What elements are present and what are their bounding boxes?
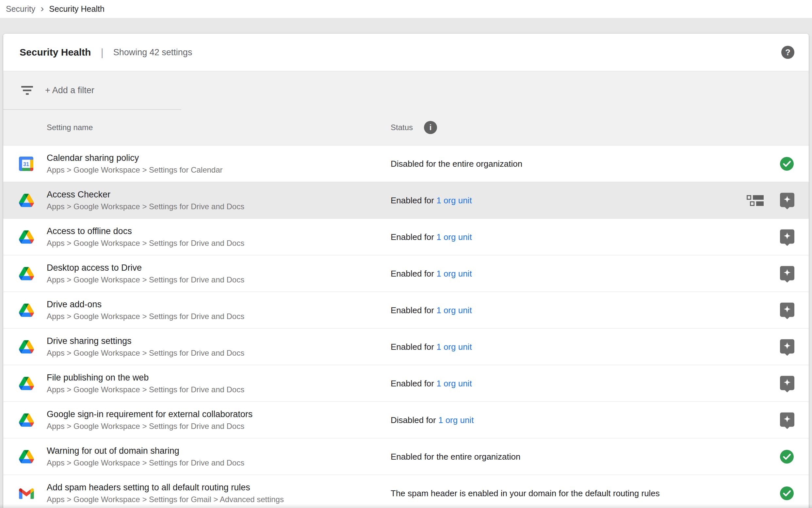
status-cell: Disabled for the entire organization [391, 159, 522, 169]
org-unit-link[interactable]: 1 org unit [436, 232, 472, 242]
setting-path: Apps > Google Workspace > Settings for D… [47, 275, 386, 284]
product-icon-cell: 31 [19, 340, 35, 353]
status-cell: Enabled for 1 org unit [391, 268, 472, 279]
table-row[interactable]: 31 Warning for out of doma [3, 438, 809, 475]
drive-icon [19, 194, 34, 207]
setting-name-cell: File publishing on the web Apps > Google… [47, 373, 386, 394]
status-ok-icon [780, 486, 794, 500]
title-separator: | [101, 46, 103, 58]
table-row[interactable]: 31 Desktop access to Drive [3, 255, 809, 292]
drive-icon [19, 303, 34, 317]
setting-name: Google sign-in requirement for external … [47, 409, 386, 419]
drive-icon [19, 413, 34, 427]
setting-name: Access to offline docs [47, 226, 386, 236]
status-text: Enabled for [391, 305, 436, 315]
table-row[interactable]: 31 Access Checker Ap [3, 182, 809, 219]
setting-name-cell: Drive sharing settings Apps > Google Wor… [47, 336, 386, 357]
table-row[interactable]: 31 Access to offline docs [3, 219, 809, 255]
product-icon-cell: 31 [19, 230, 35, 244]
status-cell: Enabled for 1 org unit [391, 305, 472, 315]
recommendation-badge-icon[interactable] [780, 412, 794, 429]
product-icon-cell: 31 [19, 450, 35, 463]
add-filter-label[interactable]: + Add a filter [45, 85, 94, 95]
recommendation-badge-icon[interactable] [780, 339, 794, 356]
status-text: Enabled for [391, 342, 436, 351]
setting-path: Apps > Google Workspace > Settings for D… [47, 385, 386, 394]
setting-name-cell: Warning for out of domain sharing Apps >… [47, 446, 386, 467]
recommendation-badge-icon[interactable] [780, 376, 794, 392]
status-text: Enabled for [391, 232, 436, 242]
breadcrumb: Security › Security Health [0, 0, 812, 18]
product-icon-cell: 31 [19, 488, 35, 499]
setting-path: Apps > Google Workspace > Settings for D… [47, 202, 386, 211]
org-unit-link[interactable]: 1 org unit [436, 378, 472, 388]
setting-path: Apps > Google Workspace > Settings for D… [47, 422, 386, 431]
setting-path: Apps > Google Workspace > Settings for G… [47, 495, 386, 504]
recommendation-badge-icon[interactable] [780, 229, 794, 246]
org-unit-link[interactable]: 1 org unit [438, 415, 474, 425]
recommendation-badge-icon[interactable] [780, 302, 794, 319]
setting-path: Apps > Google Workspace > Settings for D… [47, 312, 386, 321]
drive-icon [19, 340, 34, 353]
chevron-right-icon: › [41, 4, 44, 15]
table-header: Setting name Status i [3, 110, 809, 145]
settings-count: Showing 42 settings [113, 47, 192, 57]
drive-icon [19, 230, 34, 244]
drive-icon [19, 267, 34, 280]
status-cell: Enabled for 1 org unit [391, 342, 472, 352]
page-title: Security Health [19, 47, 91, 58]
status-cell: The spam header is enabled in your domai… [391, 488, 660, 498]
setting-name-cell: Google sign-in requirement for external … [47, 409, 386, 431]
status-ok-icon [780, 157, 794, 171]
table-row[interactable]: 31 Drive add-ons App [3, 292, 809, 329]
setting-path: Apps > Google Workspace > Settings for D… [47, 239, 386, 248]
product-icon-cell: 31 [19, 194, 35, 207]
setting-name: Access Checker [47, 189, 386, 200]
org-unit-link[interactable]: 1 org unit [436, 342, 472, 351]
recommendation-badge-icon[interactable] [780, 266, 794, 283]
status-text: Disabled for the entire organization [391, 159, 522, 168]
svg-text:31: 31 [23, 161, 29, 167]
org-unit-link[interactable]: 1 org unit [436, 195, 472, 205]
setting-name-cell: Drive add-ons Apps > Google Workspace > … [47, 299, 386, 321]
status-cell: Enabled for 1 org unit [391, 232, 472, 242]
table-row[interactable]: 31 Drive sharing settings [3, 329, 809, 365]
setting-name: Add spam headers setting to all default … [47, 482, 386, 493]
table-row[interactable]: 31 Add spam headers settin [3, 475, 809, 508]
gmail-icon [19, 488, 34, 499]
org-chart-icon [747, 195, 764, 206]
status-cell: Enabled for 1 org unit [391, 195, 472, 205]
table-row[interactable]: 31 Google sign-in requirem [3, 402, 809, 438]
setting-name-cell: Add spam headers setting to all default … [47, 482, 386, 504]
breadcrumb-parent[interactable]: Security [6, 4, 35, 14]
filter-icon [21, 86, 33, 95]
setting-name-cell: Calendar sharing policy Apps > Google Wo… [47, 153, 386, 175]
org-unit-link[interactable]: 1 org unit [436, 268, 472, 278]
setting-path: Apps > Google Workspace > Settings for C… [47, 165, 386, 175]
product-icon-cell: 31 [19, 157, 35, 171]
recommendation-badge-icon[interactable] [780, 193, 794, 209]
card-header: Security Health | Showing 42 settings ? [3, 34, 809, 71]
setting-name-cell: Access to offline docs Apps > Google Wor… [47, 226, 386, 248]
product-icon-cell: 31 [19, 377, 35, 390]
status-cell: Enabled for 1 org unit [391, 378, 472, 388]
status-text: Disabled for [391, 415, 438, 425]
table-row[interactable]: 31 File publishing on the [3, 365, 809, 402]
setting-name-cell: Access Checker Apps > Google Workspace >… [47, 189, 386, 211]
calendar-icon: 31 [19, 157, 33, 171]
filter-bar[interactable]: + Add a filter [3, 71, 809, 110]
setting-name-cell: Desktop access to Drive Apps > Google Wo… [47, 263, 386, 284]
page-card: Security Health | Showing 42 settings ? … [3, 34, 809, 508]
help-icon[interactable]: ? [781, 46, 794, 59]
column-setting-name: Setting name [47, 123, 93, 132]
status-info-icon[interactable]: i [424, 121, 437, 134]
table-row[interactable]: 31 Calendar sharing policy [3, 145, 809, 182]
setting-name: Calendar sharing policy [47, 153, 386, 163]
status-cell: Disabled for 1 org unit [391, 415, 474, 425]
status-ok-icon [780, 450, 794, 464]
setting-path: Apps > Google Workspace > Settings for D… [47, 458, 386, 467]
setting-name: Drive add-ons [47, 299, 386, 309]
product-icon-cell: 31 [19, 303, 35, 317]
breadcrumb-current: Security Health [49, 4, 104, 14]
org-unit-link[interactable]: 1 org unit [436, 305, 472, 315]
